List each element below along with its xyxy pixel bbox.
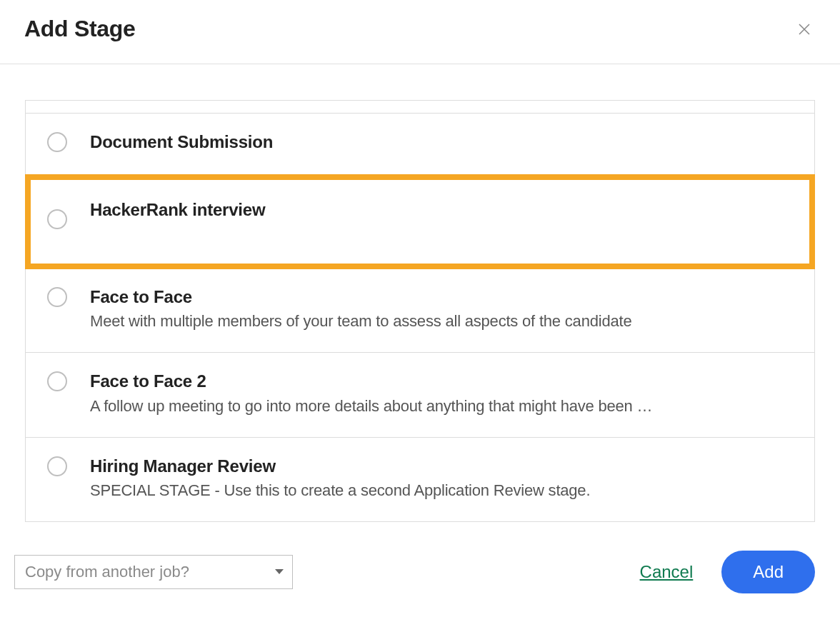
select-label: Copy from another job? — [25, 563, 189, 581]
stage-title: HackerRank interview — [90, 199, 793, 221]
radio-icon[interactable] — [47, 132, 67, 152]
stage-list: Document Submission HackerRank interview… — [25, 100, 815, 522]
stage-title: Document Submission — [90, 131, 793, 153]
chevron-down-icon — [275, 569, 284, 574]
stage-item-face-to-face[interactable]: Face to Face Meet with multiple members … — [26, 269, 814, 353]
modal-header: Add Stage — [0, 0, 840, 64]
stage-item-face-to-face-2[interactable]: Face to Face 2 A follow up meeting to go… — [26, 353, 814, 437]
stage-item-document-submission[interactable]: Document Submission — [26, 114, 814, 175]
stage-title: Face to Face 2 — [90, 370, 793, 392]
stage-item-hiring-manager-review[interactable]: Hiring Manager Review SPECIAL STAGE - Us… — [26, 438, 814, 521]
radio-icon[interactable] — [47, 209, 67, 229]
radio-icon[interactable] — [47, 456, 67, 476]
close-button[interactable] — [793, 18, 816, 41]
add-button[interactable]: Add — [721, 551, 815, 593]
radio-icon[interactable] — [47, 371, 67, 391]
stage-text: Face to Face 2 A follow up meeting to go… — [90, 370, 793, 415]
stage-text: Face to Face Meet with multiple members … — [90, 286, 793, 331]
add-stage-modal: Add Stage Document Submission HackerRank… — [0, 0, 840, 593]
modal-body: Document Submission HackerRank interview… — [0, 64, 840, 522]
stage-text: Hiring Manager Review SPECIAL STAGE - Us… — [90, 455, 793, 500]
stage-description: A follow up meeting to go into more deta… — [90, 397, 793, 416]
footer-actions: Cancel Add — [640, 551, 815, 593]
modal-title: Add Stage — [24, 16, 136, 42]
cancel-button[interactable]: Cancel — [640, 562, 694, 582]
stage-item-hackerrank-interview[interactable]: HackerRank interview — [25, 174, 815, 269]
stage-title: Face to Face — [90, 286, 793, 308]
stage-description: Meet with multiple members of your team … — [90, 312, 793, 331]
modal-footer: Copy from another job? Cancel Add — [0, 522, 840, 593]
stage-text: Document Submission — [90, 131, 793, 153]
copy-from-job-select[interactable]: Copy from another job? — [14, 555, 293, 589]
close-icon — [796, 21, 813, 38]
stage-text: HackerRank interview — [90, 199, 793, 221]
stage-list-header-slot — [26, 101, 814, 114]
radio-icon[interactable] — [47, 287, 67, 307]
stage-description: SPECIAL STAGE - Use this to create a sec… — [90, 481, 793, 500]
stage-title: Hiring Manager Review — [90, 455, 793, 477]
